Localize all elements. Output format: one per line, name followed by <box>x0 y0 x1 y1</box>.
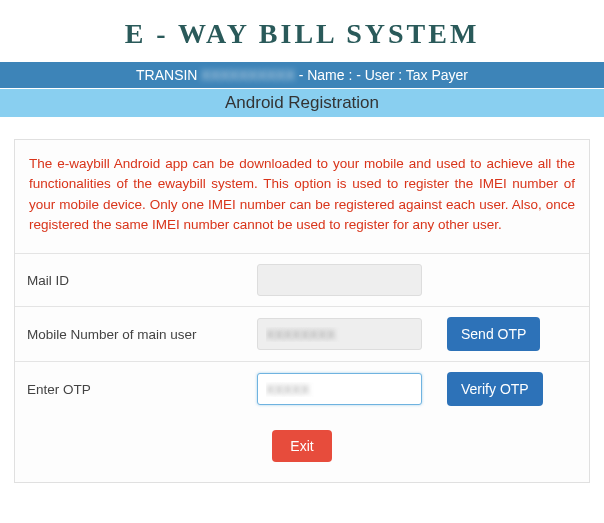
app-title: E - WAY BILL SYSTEM <box>0 0 604 62</box>
registration-form: Mail ID Mobile Number of main user Send … <box>15 253 589 482</box>
otp-label: Enter OTP <box>15 362 245 417</box>
mobile-label: Mobile Number of main user <box>15 307 245 362</box>
transin-label: TRANSIN <box>136 67 197 83</box>
user-info-bar: TRANSIN XXXXXXXXXX - Name : - User : Tax… <box>0 62 604 88</box>
row-mobile: Mobile Number of main user Send OTP <box>15 307 589 362</box>
page-subtitle: Android Registration <box>0 88 604 117</box>
row-exit: Exit <box>15 416 589 482</box>
mail-id-input <box>257 264 422 296</box>
otp-input[interactable] <box>257 373 422 405</box>
send-otp-button[interactable]: Send OTP <box>447 317 540 351</box>
row-mail-id: Mail ID <box>15 254 589 307</box>
row-otp: Enter OTP Verify OTP <box>15 362 589 417</box>
registration-panel: The e-waybill Android app can be downloa… <box>14 139 590 483</box>
verify-otp-button[interactable]: Verify OTP <box>447 372 543 406</box>
description-text: The e-waybill Android app can be downloa… <box>15 140 589 253</box>
mobile-input <box>257 318 422 350</box>
exit-button[interactable]: Exit <box>272 430 332 462</box>
transin-value: XXXXXXXXXX <box>201 67 294 83</box>
user-meta: - Name : - User : Tax Payer <box>299 67 468 83</box>
mail-id-label: Mail ID <box>15 254 245 307</box>
